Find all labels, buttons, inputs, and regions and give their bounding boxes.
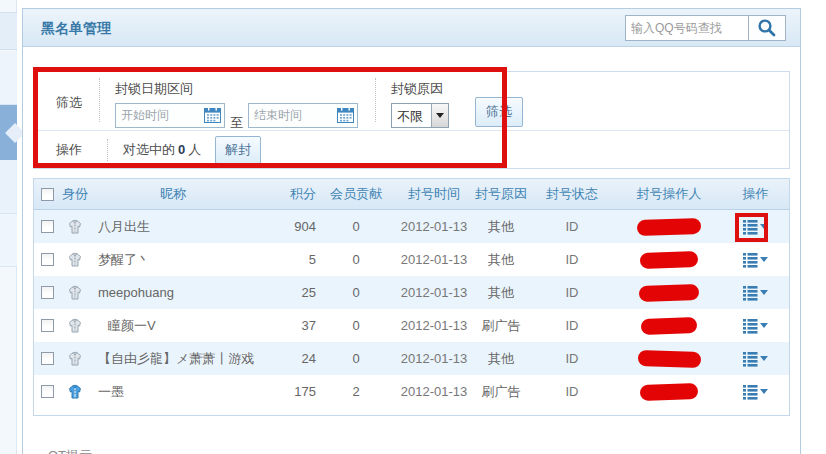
member-identity-icon [67, 219, 83, 235]
page-title: 黑名单管理 [41, 20, 111, 38]
ban-reason-select[interactable]: 不限 [391, 103, 449, 128]
ban-time: 2012-01-13 [394, 285, 474, 300]
to-label: 至 [230, 114, 243, 132]
end-date-input[interactable]: 结束时间 [248, 103, 358, 128]
selected-prefix: 对选中的 [123, 142, 175, 157]
row-action-menu-button[interactable] [741, 283, 770, 303]
ban-status: ID [528, 219, 616, 234]
col-ban-operator: 封号操作人 [616, 185, 722, 203]
start-date-input[interactable]: 开始时间 [115, 103, 225, 128]
row-checkbox[interactable] [41, 319, 54, 332]
contribution: 0 [318, 318, 394, 333]
row-action-menu-button[interactable] [741, 217, 770, 237]
list-menu-icon [743, 384, 758, 400]
table-row: 一墨 175 2 2012-01-13 刷广告 ID [34, 375, 789, 408]
col-contribution: 会员贡献 [318, 185, 394, 203]
ban-time: 2012-01-13 [394, 318, 474, 333]
ban-time: 2012-01-13 [394, 384, 474, 399]
ban-time: 2012-01-13 [394, 252, 474, 267]
bottom-note: QT提示 [48, 447, 92, 454]
selected-suffix: 人 [188, 142, 201, 157]
collapsed-sidebar [0, 0, 17, 454]
member-identity-icon [67, 252, 83, 268]
redacted-operator [640, 382, 699, 400]
list-menu-icon [743, 285, 758, 301]
divider [107, 139, 108, 161]
sidebar-item[interactable] [0, 214, 17, 267]
list-menu-icon [743, 318, 758, 334]
caret-down-icon [760, 323, 768, 328]
caret-down-icon [436, 113, 444, 118]
member-identity-icon [67, 351, 83, 367]
select-dropdown-button[interactable] [431, 104, 448, 127]
row-checkbox[interactable] [41, 286, 54, 299]
sidebar-item[interactable] [0, 51, 17, 105]
list-menu-icon [743, 351, 758, 367]
member-identity-icon [67, 318, 83, 334]
blacklist-table: 身份 昵称 积分 会员贡献 封号时间 封号原因 封号状态 封号操作人 操作 八月… [33, 178, 790, 416]
row-action-menu-button[interactable] [741, 316, 770, 336]
ban-reason: 刷广告 [474, 317, 528, 335]
col-identity: 身份 [60, 185, 90, 203]
col-ban-time: 封号时间 [394, 185, 474, 203]
ban-reason: 其他 [474, 350, 528, 368]
search-icon [757, 18, 777, 38]
caret-down-icon [760, 389, 768, 394]
qq-search-box [625, 15, 786, 41]
table-row: 梦醒了丶 5 0 2012-01-13 其他 ID [34, 243, 789, 276]
filter-operation-box: 筛选 封锁日期区间 开始时间 至 结束时间 封锁 [33, 71, 790, 169]
row-checkbox[interactable] [41, 352, 54, 365]
list-menu-icon [743, 252, 758, 268]
row-action-menu-button[interactable] [741, 250, 770, 270]
caret-down-icon [760, 224, 768, 229]
col-action: 操作 [722, 185, 789, 203]
sidebar-item[interactable] [0, 12, 17, 50]
divider [99, 78, 100, 122]
qq-search-input[interactable] [626, 16, 748, 40]
redacted-operator [641, 317, 698, 335]
table-row: 八月出生 904 0 2012-01-13 其他 ID [34, 210, 789, 243]
caret-down-icon [760, 290, 768, 295]
nickname: 梦醒了丶 [90, 251, 274, 269]
row-checkbox[interactable] [41, 253, 54, 266]
ban-status: ID [528, 285, 616, 300]
ban-time: 2012-01-13 [394, 219, 474, 234]
contribution: 0 [318, 351, 394, 366]
ban-reason: 刷广告 [474, 383, 528, 401]
filter-submit-button[interactable]: 筛选 [475, 97, 523, 127]
row-action-menu-button[interactable] [741, 349, 770, 369]
nickname: 一墨 [90, 383, 274, 401]
selected-count: 0 [178, 142, 185, 157]
redacted-operator [637, 217, 702, 235]
divider [375, 78, 376, 122]
unban-button[interactable]: 解封 [215, 136, 261, 164]
points: 904 [274, 219, 318, 234]
ban-status: ID [528, 351, 616, 366]
ban-reason: 其他 [474, 284, 528, 302]
operation-section-label: 操作 [56, 141, 82, 159]
search-button[interactable] [748, 16, 785, 40]
contribution: 0 [318, 219, 394, 234]
ban-reason: 其他 [474, 218, 528, 236]
row-action-menu-button[interactable] [741, 382, 770, 402]
calendar-icon[interactable] [337, 108, 354, 123]
select-all-checkbox[interactable] [41, 188, 54, 201]
points: 25 [274, 285, 318, 300]
points: 5 [274, 252, 318, 267]
table-header-row: 身份 昵称 积分 会员贡献 封号时间 封号原因 封号状态 封号操作人 操作 [34, 179, 789, 210]
row-checkbox[interactable] [41, 220, 54, 233]
calendar-icon[interactable] [204, 108, 221, 123]
caret-down-icon [760, 257, 768, 262]
table-row: 瞳颜一V 37 0 2012-01-13 刷广告 ID [34, 309, 789, 342]
col-ban-status: 封号状态 [528, 185, 616, 203]
admin-identity-icon [67, 384, 83, 400]
filter-section-label: 筛选 [56, 94, 82, 112]
row-checkbox[interactable] [41, 385, 54, 398]
date-range-group: 封锁日期区间 开始时间 至 结束时间 [115, 80, 358, 128]
nickname: 瞳颜一V [90, 317, 274, 335]
col-ban-reason: 封号原因 [474, 185, 528, 203]
sidebar-item[interactable] [0, 160, 17, 214]
points: 37 [274, 318, 318, 333]
date-range-label: 封锁日期区间 [115, 80, 358, 98]
ban-reason-group: 封锁原因 不限 [391, 80, 449, 128]
